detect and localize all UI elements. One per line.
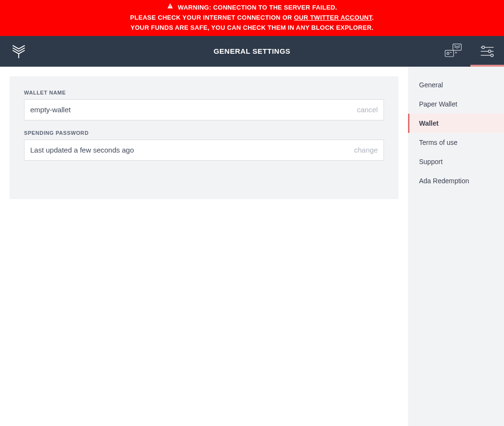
svg-point-7: [482, 46, 484, 48]
svg-rect-3: [453, 44, 462, 50]
connection-warning-banner: WARNING: CONNECTION TO THE SERVER FAILED…: [0, 0, 504, 36]
svg-rect-0: [170, 5, 170, 7]
svg-point-5: [447, 52, 449, 54]
sidebar-item-general[interactable]: General: [408, 75, 504, 95]
spending-password-value: Last updated a few seconds ago: [30, 146, 354, 154]
sidebar-item-label: Paper Wallet: [419, 100, 457, 108]
app-logo[interactable]: [11, 43, 27, 59]
transfer-action[interactable]: [437, 36, 470, 67]
sidebar-item-support[interactable]: Support: [408, 152, 504, 171]
warning-line-2-suffix: .: [372, 14, 374, 21]
wallet-name-cancel-button[interactable]: cancel: [357, 106, 378, 114]
svg-rect-4: [445, 50, 454, 56]
sidebar-item-ada-redemption[interactable]: Ada Redemption: [408, 171, 504, 190]
sidebar-item-terms[interactable]: Terms of use: [408, 133, 504, 152]
twitter-link[interactable]: OUR TWITTER ACCOUNT: [294, 14, 372, 21]
spending-password-label: SPENDING PASSWORD: [24, 130, 384, 136]
sidebar-item-wallet[interactable]: Wallet: [408, 114, 504, 133]
warning-line-2-prefix: PLEASE CHECK YOUR INTERNET CONNECTION OR: [130, 14, 294, 21]
wallet-name-input[interactable]: [30, 106, 357, 114]
warning-line-3: YOUR FUNDS ARE SAFE, YOU CAN CHECK THEM …: [0, 23, 504, 33]
settings-action[interactable]: [470, 36, 504, 67]
svg-point-11: [491, 54, 493, 56]
spending-password-group: SPENDING PASSWORD Last updated a few sec…: [24, 130, 384, 161]
sidebar-item-label: Support: [419, 158, 443, 166]
sidebar-item-label: Terms of use: [419, 139, 457, 146]
wallet-name-group: WALLET NAME cancel: [24, 90, 384, 120]
spending-password-change-button[interactable]: change: [354, 146, 378, 154]
warning-line-1: WARNING: CONNECTION TO THE SERVER FAILED…: [178, 4, 337, 11]
warning-icon: [167, 2, 173, 12]
settings-card: WALLET NAME cancel SPENDING PASSWORD Las…: [10, 76, 398, 199]
sidebar-item-paper-wallet[interactable]: Paper Wallet: [408, 95, 504, 114]
svg-rect-1: [170, 7, 170, 8]
sidebar-item-label: General: [419, 81, 443, 89]
sidebar-item-label: Ada Redemption: [419, 177, 469, 185]
sidebar-item-label: Wallet: [419, 119, 439, 127]
wallet-name-label: WALLET NAME: [24, 90, 384, 95]
svg-point-9: [488, 50, 491, 52]
app-header: GENERAL SETTINGS: [0, 36, 504, 67]
wallet-name-row: cancel: [24, 99, 384, 120]
page-title: GENERAL SETTINGS: [214, 47, 290, 55]
spending-password-row: Last updated a few seconds ago change: [24, 140, 384, 161]
settings-sidebar: General Paper Wallet Wallet Terms of use…: [408, 67, 504, 426]
